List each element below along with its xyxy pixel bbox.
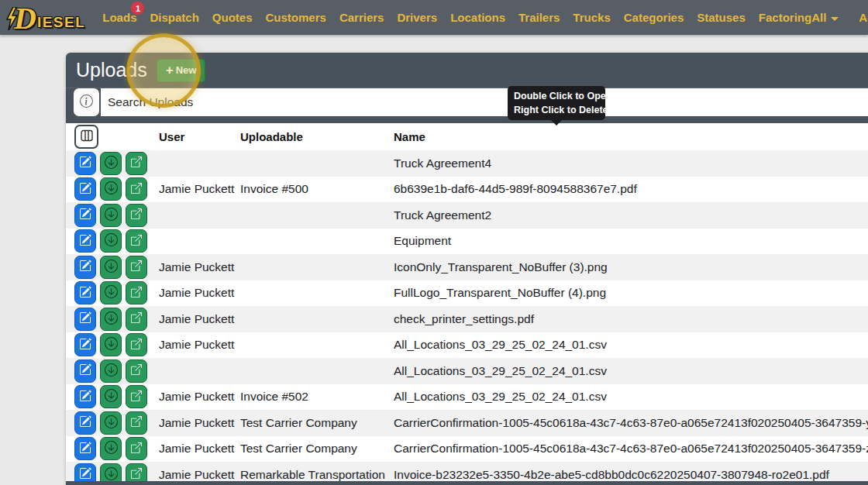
cell-user: Jamie Puckett — [150, 312, 240, 326]
download-icon — [105, 441, 118, 456]
download-button[interactable] — [100, 177, 122, 201]
nav-item-carriers[interactable]: Carriers — [339, 11, 384, 24]
edit-button[interactable] — [74, 177, 96, 201]
nav-item-all-filter[interactable]: All — [811, 11, 839, 24]
open-button[interactable] — [126, 152, 147, 175]
open-button[interactable] — [126, 437, 147, 460]
column-settings-button[interactable] — [74, 125, 98, 149]
tooltip-line-1: Double Click to Open — [514, 89, 599, 103]
edit-button[interactable] — [74, 229, 96, 253]
row-actions — [66, 385, 150, 408]
table-row[interactable]: Equipment — [66, 229, 868, 255]
open-button[interactable] — [126, 204, 147, 227]
open-button[interactable] — [126, 385, 147, 408]
cell-uploadable: Test Carrier Company — [240, 416, 394, 430]
open-button[interactable] — [126, 463, 147, 481]
download-icon — [105, 285, 118, 301]
edit-button[interactable] — [74, 281, 96, 304]
edit-button[interactable] — [74, 411, 96, 435]
edit-button[interactable] — [74, 333, 96, 356]
nav-item-customers[interactable]: Customers — [266, 11, 326, 24]
column-header-uploadable[interactable]: Uploadable — [240, 130, 394, 143]
download-button[interactable] — [100, 359, 122, 383]
table-row[interactable]: Jamie Puckett IconOnly_Transparent_NoBuf… — [66, 254, 868, 280]
row-actions — [66, 308, 150, 331]
table-row[interactable]: Jamie Puckett check_printer_settings.pdf — [66, 306, 868, 332]
download-button[interactable] — [100, 385, 122, 408]
nav-item-quotes[interactable]: Quotes — [212, 11, 253, 24]
row-actions — [66, 463, 150, 481]
info-button[interactable] — [74, 88, 99, 116]
table-row[interactable]: Truck Agreement4 — [66, 150, 868, 177]
search-input[interactable] — [101, 88, 868, 116]
edit-icon — [79, 156, 91, 170]
open-external-icon — [131, 183, 142, 196]
cell-name: All_Locations_03_29_25_02_24_01.csv — [394, 390, 868, 404]
table-row[interactable]: All_Locations_03_29_25_02_24_01.csv — [66, 358, 868, 384]
nav-item-factoring[interactable]: Factoring — [759, 11, 811, 24]
table-row[interactable]: Jamie Puckett Test Carrier Company Carri… — [66, 436, 868, 463]
edit-button[interactable] — [74, 256, 96, 279]
open-button[interactable] — [126, 359, 147, 383]
page-title: Uploads — [76, 59, 147, 81]
nav-item-locations[interactable]: Locations — [450, 11, 505, 24]
table-row[interactable]: Jamie Puckett Invoice #502 All_Locations… — [66, 384, 868, 411]
nav-item-drivers[interactable]: Drivers — [397, 11, 437, 24]
cell-name: All_Locations_03_29_25_02_24_01.csv — [394, 338, 868, 352]
download-button[interactable] — [100, 256, 122, 279]
nav-item-account[interactable]: Account — [859, 11, 868, 24]
open-button[interactable] — [126, 177, 147, 201]
nav-item-statuses[interactable]: Statuses — [697, 11, 746, 24]
edit-button[interactable] — [74, 204, 96, 227]
edit-icon — [79, 311, 91, 326]
edit-button[interactable] — [74, 385, 96, 408]
open-button[interactable] — [126, 256, 147, 279]
download-button[interactable] — [100, 229, 122, 253]
download-button[interactable] — [100, 333, 122, 356]
nav-item-trailers[interactable]: Trailers — [518, 11, 560, 24]
download-button[interactable] — [100, 281, 122, 304]
download-icon — [105, 311, 118, 327]
download-button[interactable] — [100, 437, 122, 460]
table-row[interactable]: Jamie Puckett FullLogo_Transparent_NoBuf… — [66, 280, 868, 307]
edit-button[interactable] — [74, 359, 96, 383]
open-button[interactable] — [126, 333, 147, 356]
cell-name: 6b639e1b-daf6-44d5-989f-8094588367e7.pdf — [394, 182, 868, 196]
open-button[interactable] — [126, 229, 147, 253]
nav-item-categories[interactable]: Categories — [624, 11, 684, 24]
open-button[interactable] — [126, 308, 147, 331]
cell-uploadable: Invoice #500 — [240, 182, 394, 196]
download-button[interactable] — [100, 308, 122, 331]
table-row[interactable]: Jamie Puckett Remarkable Transportation … — [66, 462, 868, 481]
download-button[interactable] — [100, 411, 122, 435]
download-button[interactable] — [100, 204, 122, 227]
new-upload-button[interactable]: + New — [157, 59, 206, 82]
table-body: Truck Agreement4 — [66, 150, 868, 481]
table-header-row: User Uploadable Name — [66, 123, 868, 150]
nav-item-dispatch[interactable]: Dispatch — [150, 11, 198, 24]
table-row[interactable]: Jamie Puckett All_Locations_03_29_25_02_… — [66, 332, 868, 359]
edit-icon — [79, 338, 91, 353]
nav-item-trucks[interactable]: Trucks — [573, 11, 610, 24]
table-row[interactable]: Truck Agreement2 — [66, 202, 868, 229]
download-button[interactable] — [100, 463, 122, 481]
open-button[interactable] — [126, 411, 147, 435]
cell-name: CarrierConfirmation-1005-45c0618a-43c7-4… — [394, 416, 868, 430]
edit-button[interactable] — [74, 437, 96, 460]
app-logo[interactable]: D IESEL — [8, 0, 85, 35]
edit-button[interactable] — [74, 152, 96, 175]
table-row[interactable]: Jamie Puckett Test Carrier Company Carri… — [66, 410, 868, 436]
column-header-name[interactable]: Name — [394, 130, 868, 143]
download-button[interactable] — [100, 152, 122, 175]
uploads-panel: Uploads + New — [66, 53, 868, 485]
cell-name: FullLogo_Transparent_NoBuffer (4).png — [394, 286, 868, 300]
edit-button[interactable] — [74, 463, 96, 481]
column-header-user[interactable]: User — [150, 130, 240, 143]
open-button[interactable] — [126, 281, 147, 304]
edit-button[interactable] — [74, 308, 96, 331]
table-row[interactable]: Jamie Puckett Invoice #500 6b639e1b-daf6… — [66, 177, 868, 203]
columns-icon — [81, 129, 93, 144]
cell-user: Jamie Puckett — [150, 442, 240, 456]
cell-user: Jamie Puckett — [150, 468, 240, 481]
nav-item-loads[interactable]: Loads 1 — [102, 11, 136, 24]
